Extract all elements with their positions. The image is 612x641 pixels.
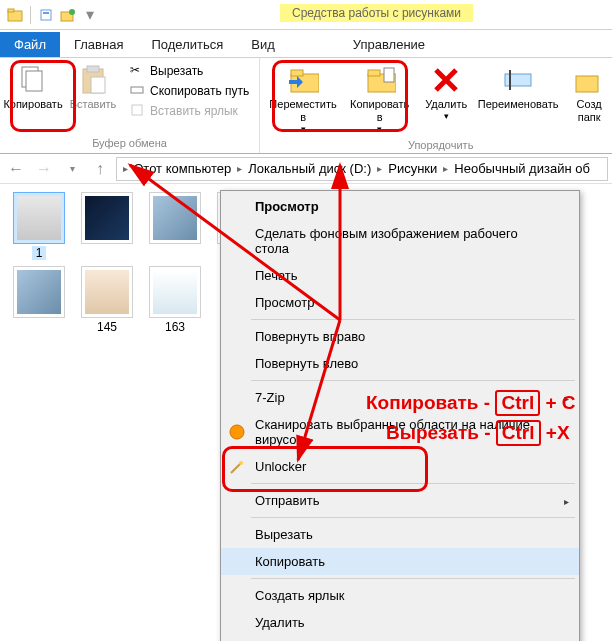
ctx-preview[interactable]: Просмотр — [221, 289, 579, 316]
chevron-right-icon: ▸ — [441, 163, 450, 174]
delete-icon — [430, 64, 462, 96]
history-dropdown[interactable]: ▾ — [60, 157, 84, 181]
tab-view[interactable]: Вид — [237, 32, 289, 57]
new-folder-button[interactable]: Созд папк — [563, 62, 612, 137]
svg-rect-10 — [91, 77, 105, 93]
svg-rect-9 — [87, 66, 99, 72]
chevron-right-icon: ▸ — [564, 495, 569, 506]
ctx-set-desktop[interactable]: Сделать фоновым изображением рабочего ст… — [221, 220, 579, 262]
copy-path-button[interactable]: Скопировать путь — [126, 82, 253, 100]
separator — [251, 319, 575, 320]
ctx-rotate-cw[interactable]: Повернуть вправо — [221, 323, 579, 350]
svg-rect-1 — [8, 9, 14, 12]
ctx-rotate-ccw[interactable]: Повернуть влево — [221, 350, 579, 377]
svg-rect-7 — [26, 71, 42, 91]
svg-point-22 — [239, 461, 243, 465]
file-thumb[interactable]: 163 — [144, 266, 206, 334]
ctx-cut[interactable]: Вырезать — [221, 521, 579, 548]
copy-to-icon — [364, 64, 396, 96]
ctx-view[interactable]: Просмотр — [221, 193, 579, 220]
svg-rect-18 — [505, 74, 531, 86]
tab-manage[interactable]: Управление — [339, 32, 439, 57]
copy-icon — [17, 64, 49, 96]
shortcut-icon — [130, 103, 146, 119]
breadcrumb[interactable]: ▸ Этот компьютер ▸ Локальный диск (D:) ▸… — [116, 157, 608, 181]
ctx-unlocker[interactable]: Unlocker — [221, 453, 579, 480]
paste-button: Вставить — [66, 62, 120, 135]
svg-rect-17 — [384, 68, 394, 82]
file-thumb[interactable] — [144, 192, 206, 260]
svg-rect-11 — [131, 87, 143, 93]
svg-point-21 — [230, 425, 244, 439]
ctx-scan[interactable]: Сканировать выбранные области на наличие… — [221, 411, 579, 453]
paste-shortcut-button: Вставить ярлык — [126, 102, 253, 120]
tab-share[interactable]: Поделиться — [137, 32, 237, 57]
wand-icon — [229, 459, 245, 475]
chevron-right-icon: ▸ — [121, 163, 130, 174]
svg-rect-2 — [41, 10, 51, 20]
shield-icon — [229, 424, 245, 440]
ctx-rename[interactable]: Переименовать — [221, 636, 579, 641]
rename-button[interactable]: Переименовать — [479, 62, 557, 137]
forward-button[interactable]: → — [32, 157, 56, 181]
ribbon: Копировать Вставить ✂Вырезать Скопироват… — [0, 58, 612, 154]
path-icon — [130, 83, 146, 99]
svg-rect-14 — [291, 70, 303, 76]
context-tab-label: Средства работы с рисунками — [280, 4, 473, 22]
svg-rect-12 — [132, 105, 142, 115]
quick-access-toolbar: ▾ — [0, 6, 105, 24]
back-button[interactable]: ← — [4, 157, 28, 181]
breadcrumb-seg[interactable]: Локальный диск (D:) — [246, 161, 373, 176]
move-to-icon — [287, 64, 319, 96]
file-thumb[interactable] — [8, 266, 70, 334]
tab-file[interactable]: Файл — [0, 32, 60, 57]
up-button[interactable]: ↑ — [88, 157, 112, 181]
svg-rect-19 — [509, 70, 511, 90]
separator — [30, 6, 31, 24]
address-bar: ← → ▾ ↑ ▸ Этот компьютер ▸ Локальный дис… — [0, 154, 612, 184]
file-thumb[interactable]: 145 — [76, 266, 138, 334]
breadcrumb-seg[interactable]: Рисунки — [386, 161, 439, 176]
separator — [251, 578, 575, 579]
ctx-copy[interactable]: Копировать — [221, 548, 579, 575]
copy-label: Копировать — [3, 98, 62, 111]
dropdown-icon[interactable]: ▾ — [81, 6, 99, 24]
ribbon-group-organize: Переместить в▾ Копировать в▾ Удалить▾ Пе… — [260, 58, 612, 153]
delete-button[interactable]: Удалить▾ — [419, 62, 473, 137]
copy-to-button[interactable]: Копировать в▾ — [346, 62, 413, 137]
ctx-delete[interactable]: Удалить — [221, 609, 579, 636]
properties-icon[interactable] — [37, 6, 55, 24]
move-to-button[interactable]: Переместить в▾ — [266, 62, 340, 137]
svg-rect-20 — [576, 76, 598, 92]
ctx-7zip[interactable]: 7-Zip▸ — [221, 384, 579, 411]
svg-point-5 — [69, 9, 75, 15]
svg-rect-3 — [43, 12, 49, 14]
ribbon-tabs: Файл Главная Поделиться Вид Управление — [0, 30, 612, 58]
organize-group-label: Упорядочить — [266, 137, 612, 153]
context-menu: Просмотр Сделать фоновым изображением ра… — [220, 190, 580, 641]
tab-home[interactable]: Главная — [60, 32, 137, 57]
ctx-send-to[interactable]: Отправить▸ — [221, 487, 579, 514]
ctx-shortcut[interactable]: Создать ярлык — [221, 582, 579, 609]
titlebar: ▾ Средства работы с рисунками — [0, 0, 612, 30]
paste-icon — [77, 64, 109, 96]
copy-button[interactable]: Копировать — [6, 62, 60, 135]
separator — [251, 517, 575, 518]
delete-label: Удалить — [425, 98, 467, 111]
new-folder-icon — [573, 64, 605, 96]
file-thumb[interactable] — [76, 192, 138, 260]
breadcrumb-seg[interactable]: Необычный дизайн об — [452, 161, 592, 176]
breadcrumb-seg[interactable]: Этот компьютер — [132, 161, 233, 176]
clipboard-group-label: Буфер обмена — [6, 135, 253, 151]
paste-label: Вставить — [70, 98, 117, 111]
ctx-print[interactable]: Печать — [221, 262, 579, 289]
separator — [251, 483, 575, 484]
file-thumb[interactable]: 1 — [8, 192, 70, 260]
chevron-right-icon: ▸ — [375, 163, 384, 174]
scissors-icon: ✂ — [130, 63, 146, 79]
new-folder-icon[interactable] — [59, 6, 77, 24]
chevron-right-icon: ▸ — [235, 163, 244, 174]
copy-to-label: Копировать в — [350, 98, 409, 124]
cut-button[interactable]: ✂Вырезать — [126, 62, 253, 80]
new-folder-label: Созд папк — [567, 98, 611, 124]
